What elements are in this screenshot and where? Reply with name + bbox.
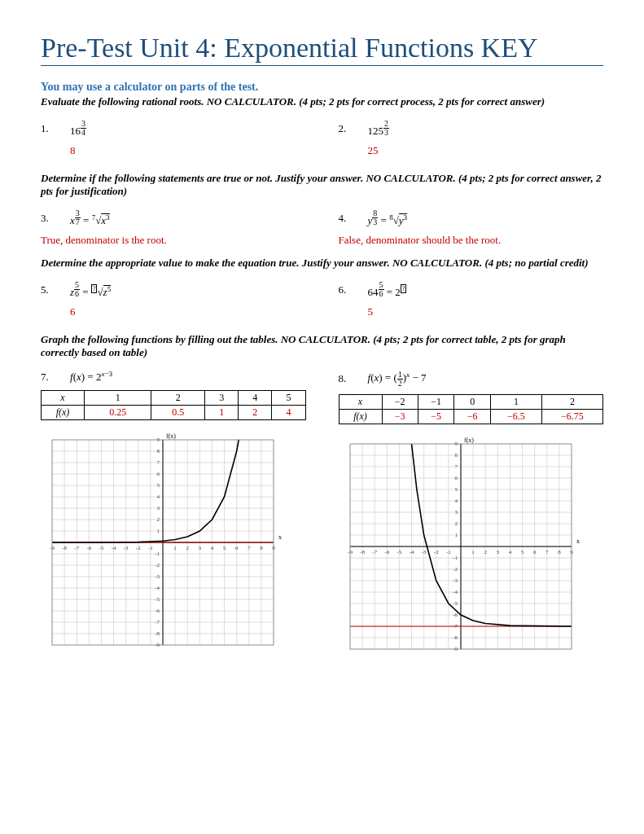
question-8: 8. f(x) = (12)x − 7 (339, 371, 604, 388)
svg-text:1: 1 (173, 545, 177, 551)
svg-text:5: 5 (223, 545, 226, 551)
svg-text:1: 1 (454, 532, 458, 538)
expression: 6456 = 2? (368, 281, 407, 299)
svg-text:-7: -7 (74, 545, 79, 551)
svg-text:2: 2 (454, 520, 458, 527)
function-8: f(x) = (12)x − 7 (368, 371, 427, 388)
svg-text:3: 3 (199, 545, 202, 551)
question-number: 5. (41, 283, 70, 296)
svg-text:6: 6 (235, 545, 239, 551)
svg-text:7: 7 (545, 549, 549, 555)
svg-text:4: 4 (211, 545, 214, 551)
svg-text:-5: -5 (155, 596, 160, 603)
svg-text:-1: -1 (453, 555, 458, 561)
svg-text:2: 2 (186, 545, 189, 551)
svg-text:-3: -3 (124, 545, 129, 551)
svg-text:1: 1 (157, 528, 160, 534)
question-number: 3. (41, 212, 70, 225)
svg-text:f(x): f(x) (464, 437, 474, 444)
answer-1: 8 (70, 144, 306, 157)
table-8: x −2−1012 f(x) −3−5−6−6.5−6.75 (339, 394, 604, 424)
svg-text:6: 6 (157, 471, 160, 477)
svg-text:8: 8 (260, 545, 263, 551)
svg-text:-1: -1 (445, 549, 450, 555)
table-7: x 12345 f(x) 0.250.5124 (41, 390, 306, 420)
svg-text:5: 5 (454, 486, 458, 493)
answer-6: 5 (368, 305, 604, 318)
svg-text:4: 4 (454, 498, 458, 504)
svg-text:2: 2 (157, 516, 160, 523)
svg-text:-6: -6 (384, 549, 389, 555)
expression: x37 = 7√x3 (70, 209, 110, 227)
question-number: 6. (339, 283, 368, 296)
svg-text:-8: -8 (155, 630, 160, 637)
svg-text:-2: -2 (453, 566, 458, 573)
svg-text:-2: -2 (433, 549, 438, 555)
svg-text:8: 8 (157, 448, 160, 454)
svg-text:-7: -7 (372, 549, 377, 555)
svg-text:3: 3 (496, 549, 499, 555)
svg-text:-5: -5 (453, 600, 458, 607)
expression: 1634 (70, 120, 86, 138)
page-title: Pre-Test Unit 4: Exponential Functions K… (41, 33, 603, 66)
svg-text:-4: -4 (409, 549, 414, 555)
svg-text:-3: -3 (421, 549, 426, 555)
question-number: 2. (339, 122, 368, 135)
svg-text:6: 6 (454, 475, 458, 481)
svg-text:-4: -4 (112, 545, 116, 551)
expression: z56 = ?√z5 (70, 281, 111, 299)
svg-text:7: 7 (454, 463, 458, 470)
question-2: 2. 12523 (339, 120, 604, 138)
expression: 12523 (368, 120, 390, 138)
svg-text:1: 1 (471, 549, 475, 555)
question-number: 8. (339, 372, 368, 385)
svg-text:-2: -2 (136, 545, 141, 551)
svg-text:-8: -8 (453, 634, 458, 641)
svg-text:-1: -1 (155, 551, 160, 557)
svg-text:-3: -3 (453, 577, 458, 584)
svg-text:x: x (576, 538, 580, 545)
svg-text:4: 4 (157, 494, 160, 500)
expression: y83 = 8√y3 (368, 209, 408, 227)
svg-text:-1: -1 (148, 545, 153, 551)
svg-text:7: 7 (248, 545, 251, 551)
svg-text:f(x): f(x) (166, 432, 176, 440)
instructions-4: Graph the following functions by filling… (41, 333, 603, 359)
svg-text:-6: -6 (155, 608, 160, 614)
svg-text:-4: -4 (453, 589, 458, 595)
question-number: 7. (41, 371, 70, 384)
question-5: 5. z56 = ?√z5 (41, 281, 306, 299)
instructions-2: Determine if the following statements ar… (41, 172, 603, 198)
question-number: 4. (339, 212, 368, 225)
svg-text:8: 8 (558, 549, 561, 555)
svg-text:2: 2 (484, 549, 487, 555)
svg-text:x: x (278, 533, 282, 541)
instructions-1: Evaluate the following rational roots. N… (41, 95, 603, 108)
svg-text:8: 8 (454, 452, 458, 459)
svg-text:-7: -7 (155, 619, 160, 626)
graph-7: -9-8-7-6-5-4-3-2-1123456789-9-8-7-6-5-4-… (41, 428, 285, 656)
svg-text:-8: -8 (62, 545, 67, 551)
svg-text:7: 7 (157, 459, 160, 466)
svg-text:6: 6 (532, 549, 536, 555)
svg-text:-5: -5 (99, 545, 104, 551)
svg-text:3: 3 (157, 505, 160, 511)
question-3: 3. x37 = 7√x3 (41, 209, 306, 227)
svg-text:-3: -3 (155, 573, 160, 580)
svg-text:-4: -4 (155, 585, 160, 591)
question-6: 6. 6456 = 2? (339, 281, 604, 299)
answer-4: False, denominator should be the root. (339, 234, 604, 247)
instructions-3: Determine the appropriate value to make … (41, 257, 603, 270)
svg-text:-8: -8 (360, 549, 365, 555)
svg-text:-6: -6 (86, 545, 91, 551)
question-7: 7. f(x) = 2x−3 (41, 371, 306, 384)
subheading: You may use a calculator on parts of the… (41, 81, 603, 94)
question-1: 1. 1634 (41, 120, 306, 138)
answer-5: 6 (70, 305, 306, 318)
question-number: 1. (41, 122, 70, 135)
svg-text:-5: -5 (396, 549, 401, 555)
function-7: f(x) = 2x−3 (70, 371, 112, 384)
svg-text:3: 3 (454, 509, 458, 516)
svg-text:-2: -2 (155, 562, 160, 568)
svg-text:5: 5 (520, 549, 524, 555)
